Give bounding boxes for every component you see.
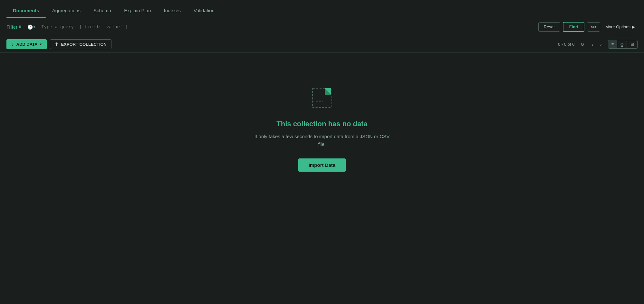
add-data-label: ADD DATA xyxy=(16,42,38,47)
export-collection-button[interactable]: ⬆ EXPORT COLLECTION xyxy=(50,39,111,49)
tab-indexes[interactable]: Indexes xyxy=(158,3,187,18)
tab-explain-plan[interactable]: Explain Plan xyxy=(118,3,157,18)
view-toggle: ≡ {} ⊞ xyxy=(608,40,638,49)
filter-text: Filter xyxy=(6,24,17,30)
query-input[interactable] xyxy=(41,24,534,30)
filter-actions: Reset Find </> More Options ▶ xyxy=(538,22,638,32)
more-options-label: More Options xyxy=(605,24,630,29)
toolbar: ↓ ADD DATA ▾ ⬆ EXPORT COLLECTION 0 - 0 o… xyxy=(0,36,644,53)
refresh-button[interactable]: ↻ xyxy=(578,40,587,49)
empty-document-icon xyxy=(309,85,335,111)
toolbar-right: 0 - 0 of 0 ↻ ‹ › ≡ {} ⊞ xyxy=(558,40,638,49)
chevron-down-icon: ▾ xyxy=(34,25,35,29)
empty-subtitle: It only takes a few seconds to import da… xyxy=(255,133,390,148)
tab-aggregations[interactable]: Aggregations xyxy=(46,3,87,18)
export-label: EXPORT COLLECTION xyxy=(61,42,107,47)
export-icon: ⬆ xyxy=(55,42,58,47)
tab-schema[interactable]: Schema xyxy=(87,3,118,18)
add-data-chevron-icon: ▾ xyxy=(40,43,42,46)
more-options-chevron: ▶ xyxy=(632,24,635,29)
json-view-button[interactable]: {} xyxy=(617,40,627,48)
add-data-button[interactable]: ↓ ADD DATA ▾ xyxy=(6,39,47,49)
grid-view-button[interactable]: ⊞ xyxy=(627,40,637,48)
download-icon: ↓ xyxy=(12,42,14,47)
filter-history-button[interactable]: 🕐 ▾ xyxy=(25,23,37,31)
external-link-icon: ⧉ xyxy=(19,25,21,29)
pagination-controls: ↻ ‹ › xyxy=(578,40,604,49)
empty-state: This collection has no data It only take… xyxy=(0,53,644,191)
find-button[interactable]: Find xyxy=(563,22,584,32)
reset-button[interactable]: Reset xyxy=(538,22,560,32)
pagination-info: 0 - 0 of 0 xyxy=(558,42,574,47)
code-icon: </> xyxy=(591,24,597,29)
code-toggle-button[interactable]: </> xyxy=(587,22,600,32)
filter-bar: Filter ⧉ 🕐 ▾ Reset Find </> More Options… xyxy=(0,18,644,36)
next-page-button[interactable]: › xyxy=(597,40,605,49)
tab-documents[interactable]: Documents xyxy=(6,3,46,18)
history-icon: 🕐 xyxy=(27,24,33,30)
tab-validation[interactable]: Validation xyxy=(187,3,221,18)
import-data-button[interactable]: Import Data xyxy=(298,158,346,172)
nav-tabs: DocumentsAggregationsSchemaExplain PlanI… xyxy=(0,0,644,18)
more-options-button[interactable]: More Options ▶ xyxy=(603,23,638,31)
list-view-button[interactable]: ≡ xyxy=(608,40,618,48)
prev-page-button[interactable]: ‹ xyxy=(589,40,596,49)
filter-label[interactable]: Filter ⧉ xyxy=(6,24,21,30)
empty-title: This collection has no data xyxy=(276,120,367,128)
